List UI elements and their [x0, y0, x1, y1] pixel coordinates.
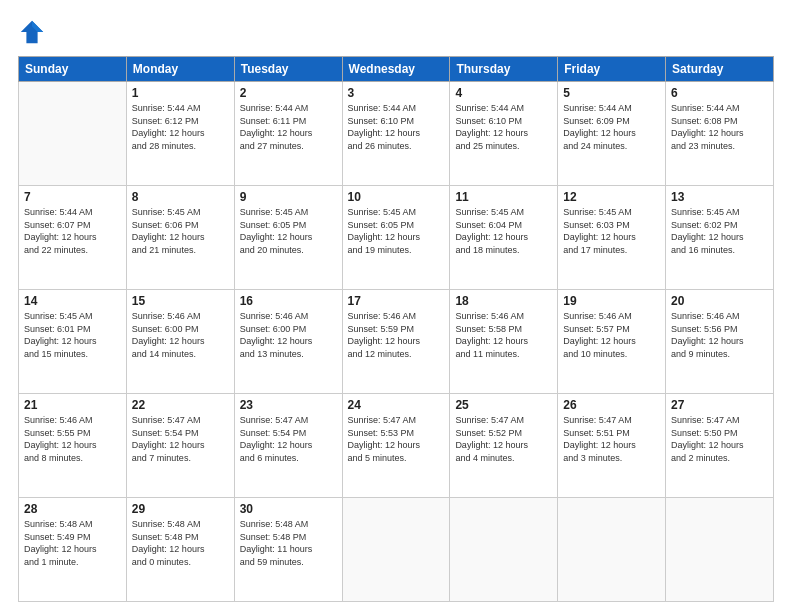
calendar-cell: [19, 82, 127, 186]
calendar-cell: 19Sunrise: 5:46 AM Sunset: 5:57 PM Dayli…: [558, 290, 666, 394]
day-number: 17: [348, 294, 445, 308]
cell-info: Sunrise: 5:46 AM Sunset: 5:58 PM Dayligh…: [455, 310, 552, 360]
cell-info: Sunrise: 5:48 AM Sunset: 5:48 PM Dayligh…: [132, 518, 229, 568]
calendar-cell: 8Sunrise: 5:45 AM Sunset: 6:06 PM Daylig…: [126, 186, 234, 290]
cell-info: Sunrise: 5:44 AM Sunset: 6:07 PM Dayligh…: [24, 206, 121, 256]
week-row-4: 28Sunrise: 5:48 AM Sunset: 5:49 PM Dayli…: [19, 498, 774, 602]
cell-info: Sunrise: 5:44 AM Sunset: 6:10 PM Dayligh…: [455, 102, 552, 152]
cell-info: Sunrise: 5:45 AM Sunset: 6:02 PM Dayligh…: [671, 206, 768, 256]
day-number: 10: [348, 190, 445, 204]
day-number: 4: [455, 86, 552, 100]
day-number: 24: [348, 398, 445, 412]
cell-info: Sunrise: 5:47 AM Sunset: 5:54 PM Dayligh…: [132, 414, 229, 464]
day-number: 13: [671, 190, 768, 204]
cell-info: Sunrise: 5:44 AM Sunset: 6:12 PM Dayligh…: [132, 102, 229, 152]
day-number: 3: [348, 86, 445, 100]
calendar-cell: 15Sunrise: 5:46 AM Sunset: 6:00 PM Dayli…: [126, 290, 234, 394]
cell-info: Sunrise: 5:47 AM Sunset: 5:50 PM Dayligh…: [671, 414, 768, 464]
day-number: 16: [240, 294, 337, 308]
day-number: 5: [563, 86, 660, 100]
cell-info: Sunrise: 5:46 AM Sunset: 5:59 PM Dayligh…: [348, 310, 445, 360]
calendar-cell: 12Sunrise: 5:45 AM Sunset: 6:03 PM Dayli…: [558, 186, 666, 290]
cell-info: Sunrise: 5:46 AM Sunset: 5:56 PM Dayligh…: [671, 310, 768, 360]
cell-info: Sunrise: 5:46 AM Sunset: 5:55 PM Dayligh…: [24, 414, 121, 464]
day-number: 20: [671, 294, 768, 308]
day-number: 11: [455, 190, 552, 204]
cell-info: Sunrise: 5:47 AM Sunset: 5:54 PM Dayligh…: [240, 414, 337, 464]
calendar-cell: 17Sunrise: 5:46 AM Sunset: 5:59 PM Dayli…: [342, 290, 450, 394]
day-number: 26: [563, 398, 660, 412]
calendar-cell: 7Sunrise: 5:44 AM Sunset: 6:07 PM Daylig…: [19, 186, 127, 290]
day-number: 22: [132, 398, 229, 412]
week-row-3: 21Sunrise: 5:46 AM Sunset: 5:55 PM Dayli…: [19, 394, 774, 498]
day-number: 28: [24, 502, 121, 516]
weekday-tuesday: Tuesday: [234, 57, 342, 82]
day-number: 1: [132, 86, 229, 100]
weekday-monday: Monday: [126, 57, 234, 82]
day-number: 6: [671, 86, 768, 100]
day-number: 30: [240, 502, 337, 516]
calendar-cell: [558, 498, 666, 602]
calendar-cell: [342, 498, 450, 602]
logo-icon: [18, 18, 46, 46]
cell-info: Sunrise: 5:45 AM Sunset: 6:03 PM Dayligh…: [563, 206, 660, 256]
cell-info: Sunrise: 5:46 AM Sunset: 5:57 PM Dayligh…: [563, 310, 660, 360]
day-number: 9: [240, 190, 337, 204]
day-number: 15: [132, 294, 229, 308]
cell-info: Sunrise: 5:44 AM Sunset: 6:09 PM Dayligh…: [563, 102, 660, 152]
cell-info: Sunrise: 5:45 AM Sunset: 6:01 PM Dayligh…: [24, 310, 121, 360]
weekday-header-row: SundayMondayTuesdayWednesdayThursdayFrid…: [19, 57, 774, 82]
calendar-cell: 5Sunrise: 5:44 AM Sunset: 6:09 PM Daylig…: [558, 82, 666, 186]
calendar-cell: 25Sunrise: 5:47 AM Sunset: 5:52 PM Dayli…: [450, 394, 558, 498]
cell-info: Sunrise: 5:46 AM Sunset: 6:00 PM Dayligh…: [132, 310, 229, 360]
calendar-cell: 6Sunrise: 5:44 AM Sunset: 6:08 PM Daylig…: [666, 82, 774, 186]
cell-info: Sunrise: 5:48 AM Sunset: 5:48 PM Dayligh…: [240, 518, 337, 568]
calendar-table: SundayMondayTuesdayWednesdayThursdayFrid…: [18, 56, 774, 602]
day-number: 25: [455, 398, 552, 412]
calendar-cell: 14Sunrise: 5:45 AM Sunset: 6:01 PM Dayli…: [19, 290, 127, 394]
day-number: 2: [240, 86, 337, 100]
day-number: 29: [132, 502, 229, 516]
calendar-cell: 23Sunrise: 5:47 AM Sunset: 5:54 PM Dayli…: [234, 394, 342, 498]
day-number: 7: [24, 190, 121, 204]
cell-info: Sunrise: 5:45 AM Sunset: 6:05 PM Dayligh…: [348, 206, 445, 256]
calendar-cell: 9Sunrise: 5:45 AM Sunset: 6:05 PM Daylig…: [234, 186, 342, 290]
calendar-cell: 1Sunrise: 5:44 AM Sunset: 6:12 PM Daylig…: [126, 82, 234, 186]
week-row-2: 14Sunrise: 5:45 AM Sunset: 6:01 PM Dayli…: [19, 290, 774, 394]
day-number: 19: [563, 294, 660, 308]
calendar-cell: 27Sunrise: 5:47 AM Sunset: 5:50 PM Dayli…: [666, 394, 774, 498]
logo: [18, 18, 50, 46]
calendar-cell: 4Sunrise: 5:44 AM Sunset: 6:10 PM Daylig…: [450, 82, 558, 186]
calendar-cell: 11Sunrise: 5:45 AM Sunset: 6:04 PM Dayli…: [450, 186, 558, 290]
calendar-cell: [666, 498, 774, 602]
header: [18, 18, 774, 46]
calendar-cell: 3Sunrise: 5:44 AM Sunset: 6:10 PM Daylig…: [342, 82, 450, 186]
cell-info: Sunrise: 5:45 AM Sunset: 6:04 PM Dayligh…: [455, 206, 552, 256]
calendar-cell: 18Sunrise: 5:46 AM Sunset: 5:58 PM Dayli…: [450, 290, 558, 394]
calendar-cell: 10Sunrise: 5:45 AM Sunset: 6:05 PM Dayli…: [342, 186, 450, 290]
day-number: 18: [455, 294, 552, 308]
day-number: 12: [563, 190, 660, 204]
calendar-cell: 22Sunrise: 5:47 AM Sunset: 5:54 PM Dayli…: [126, 394, 234, 498]
calendar-cell: 2Sunrise: 5:44 AM Sunset: 6:11 PM Daylig…: [234, 82, 342, 186]
calendar-cell: 16Sunrise: 5:46 AM Sunset: 6:00 PM Dayli…: [234, 290, 342, 394]
day-number: 14: [24, 294, 121, 308]
day-number: 21: [24, 398, 121, 412]
calendar-cell: 13Sunrise: 5:45 AM Sunset: 6:02 PM Dayli…: [666, 186, 774, 290]
cell-info: Sunrise: 5:46 AM Sunset: 6:00 PM Dayligh…: [240, 310, 337, 360]
calendar-cell: 26Sunrise: 5:47 AM Sunset: 5:51 PM Dayli…: [558, 394, 666, 498]
cell-info: Sunrise: 5:44 AM Sunset: 6:10 PM Dayligh…: [348, 102, 445, 152]
cell-info: Sunrise: 5:44 AM Sunset: 6:08 PM Dayligh…: [671, 102, 768, 152]
weekday-friday: Friday: [558, 57, 666, 82]
calendar-cell: 29Sunrise: 5:48 AM Sunset: 5:48 PM Dayli…: [126, 498, 234, 602]
day-number: 23: [240, 398, 337, 412]
weekday-sunday: Sunday: [19, 57, 127, 82]
page: SundayMondayTuesdayWednesdayThursdayFrid…: [0, 0, 792, 612]
calendar-cell: 21Sunrise: 5:46 AM Sunset: 5:55 PM Dayli…: [19, 394, 127, 498]
calendar-cell: 30Sunrise: 5:48 AM Sunset: 5:48 PM Dayli…: [234, 498, 342, 602]
cell-info: Sunrise: 5:47 AM Sunset: 5:51 PM Dayligh…: [563, 414, 660, 464]
calendar-cell: 20Sunrise: 5:46 AM Sunset: 5:56 PM Dayli…: [666, 290, 774, 394]
cell-info: Sunrise: 5:47 AM Sunset: 5:52 PM Dayligh…: [455, 414, 552, 464]
cell-info: Sunrise: 5:47 AM Sunset: 5:53 PM Dayligh…: [348, 414, 445, 464]
cell-info: Sunrise: 5:44 AM Sunset: 6:11 PM Dayligh…: [240, 102, 337, 152]
